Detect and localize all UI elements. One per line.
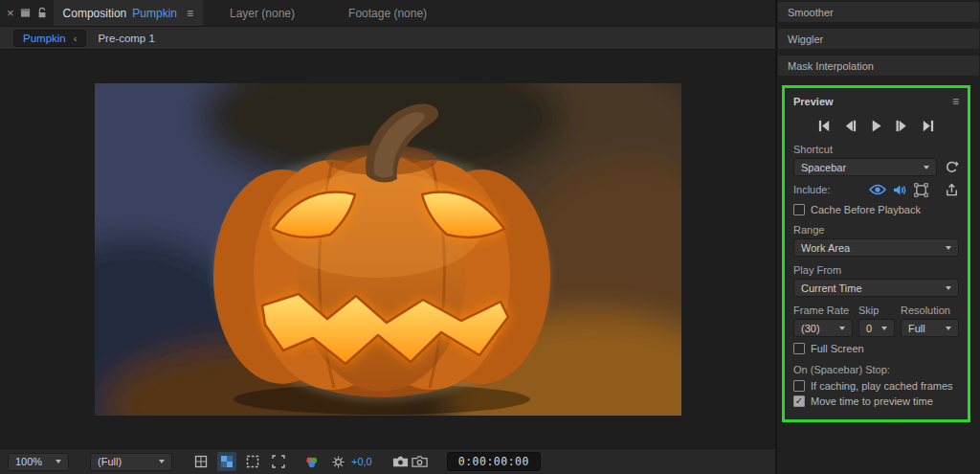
panel-header-smoother[interactable]: Smoother [778, 2, 979, 22]
cache-before-playback-checkbox[interactable]: Cache Before Playback [793, 204, 959, 215]
play-from-dropdown[interactable]: Current Time [793, 279, 959, 297]
exposure-reset-icon[interactable] [328, 452, 347, 471]
range-dropdown[interactable]: Work Area [793, 238, 959, 257]
previous-frame-button[interactable] [843, 119, 858, 133]
panel-tab-bar: × Composition Pumpkin ≡ Layer (none) Foo… [0, 0, 775, 27]
chevron-down-icon [159, 460, 165, 463]
reset-icon[interactable] [945, 160, 959, 174]
preview-panel: Preview ≡ [785, 88, 968, 407]
chevron-down-icon [839, 327, 845, 330]
region-of-interest-icon[interactable] [269, 452, 288, 471]
chevron-down-icon [946, 327, 951, 330]
preview-panel-title: Preview [793, 96, 834, 107]
exposure-value[interactable]: +0,0 [351, 456, 372, 467]
last-frame-button[interactable] [921, 119, 935, 133]
viewer-bottom-toolbar: 100% (Full) [0, 448, 775, 474]
chevron-down-icon [56, 460, 61, 463]
include-audio-speaker-icon[interactable] [893, 184, 907, 196]
checkbox-box [793, 395, 805, 407]
checkbox-box [793, 380, 805, 392]
after-effects-window: × Composition Pumpkin ≡ Layer (none) Foo… [0, 0, 980, 474]
full-screen-checkbox[interactable]: Full Screen [793, 343, 959, 354]
frame-rate-dropdown[interactable]: (30) [793, 319, 853, 337]
shortcut-label: Shortcut [793, 144, 959, 155]
show-snapshot-icon[interactable] [411, 452, 430, 471]
include-video-eye-icon[interactable] [869, 184, 886, 195]
include-label: Include: [793, 184, 831, 195]
tab-footage[interactable]: Footage (none) [322, 0, 454, 26]
preview-panel-highlight: Preview ≡ [782, 85, 970, 422]
panel-group-icons: × [0, 0, 54, 26]
render-export-icon[interactable] [945, 183, 959, 197]
first-frame-button[interactable] [817, 119, 832, 133]
breadcrumb-current-comp[interactable]: Pumpkin ‹ [13, 30, 86, 47]
chevron-left-icon: ‹ [74, 33, 78, 44]
color-management-icon[interactable] [301, 452, 321, 471]
viewer-toggles [191, 452, 288, 471]
pumpkin-composition-image [95, 83, 681, 416]
tab-layer[interactable]: Layer (none) [203, 0, 322, 26]
range-label: Range [793, 224, 959, 236]
frame-rate-label: Frame Rate [793, 305, 853, 316]
grid-guides-icon[interactable] [191, 452, 211, 471]
on-stop-label: On (Spacebar) Stop: [793, 364, 959, 375]
panel-header-mask-interpolation[interactable]: Mask Interpolation [778, 56, 979, 76]
resolution-dropdown[interactable]: (Full) [90, 453, 172, 471]
panel-header-wiggler[interactable]: Wiggler [778, 29, 979, 49]
preview-resolution-dropdown[interactable]: Full [901, 319, 959, 337]
composition-panel: × Composition Pumpkin ≡ Layer (none) Foo… [0, 0, 777, 474]
resolution-label: Resolution [901, 305, 959, 316]
panel-menu-icon[interactable]: ≡ [187, 7, 193, 20]
tab-composition[interactable]: Composition Pumpkin ≡ [54, 0, 203, 26]
lock-icon[interactable] [36, 5, 48, 22]
transparency-grid-icon[interactable] [217, 452, 236, 471]
chevron-down-icon [924, 166, 929, 169]
move-time-checkbox[interactable]: Move time to preview time [793, 395, 959, 407]
mask-visibility-icon[interactable] [243, 452, 262, 471]
chevron-down-icon [946, 246, 951, 250]
composition-navigator: Pumpkin ‹ Pre-comp 1 [0, 27, 775, 50]
if-caching-checkbox[interactable]: If caching, play cached frames [793, 380, 959, 392]
chevron-down-icon [946, 286, 951, 290]
preview-panel-menu-icon[interactable]: ≡ [952, 95, 959, 108]
checkbox-box [793, 204, 805, 215]
breadcrumb-current-label: Pumpkin [23, 33, 66, 44]
shortcut-dropdown[interactable]: Spacebar [793, 158, 937, 176]
composition-viewport[interactable] [0, 50, 775, 448]
checkbox-box [793, 343, 805, 354]
skip-dropdown[interactable]: 0 [858, 319, 895, 337]
snapshot-icon[interactable] [391, 452, 411, 471]
magnification-dropdown[interactable]: 100% [8, 453, 69, 471]
play-button[interactable] [869, 119, 883, 133]
breadcrumb-parent-comp[interactable]: Pre-comp 1 [98, 33, 154, 44]
playback-transport [793, 113, 959, 138]
play-from-label: Play From [793, 264, 959, 276]
close-panel-icon[interactable]: × [7, 7, 14, 19]
composition-name: Pumpkin [132, 7, 177, 20]
include-overlays-icon[interactable] [914, 183, 928, 197]
chevron-down-icon [881, 327, 887, 330]
current-time-field[interactable]: 0:00:00:00 [447, 452, 541, 471]
skip-label: Skip [858, 305, 895, 316]
panel-frame-icon [20, 5, 31, 22]
panel-stack: Smoother Wiggler Mask Interpolation Prev… [777, 0, 980, 474]
next-frame-button[interactable] [895, 119, 909, 133]
tab-composition-label: Composition [63, 7, 127, 20]
